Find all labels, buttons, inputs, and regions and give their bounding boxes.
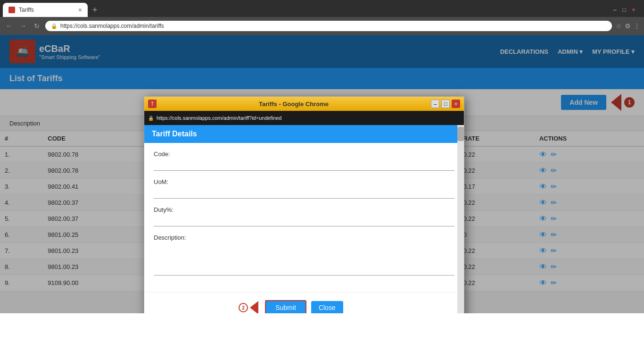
modal-body: Tariff Details Code: UoM: Duty%: Descrip… (144, 125, 464, 313)
description-label: Description: (154, 234, 454, 241)
modal-address-bar: 🔒 https://cols.sanmolapps.com/admin/tari… (144, 111, 464, 125)
code-input[interactable] (154, 159, 454, 171)
uom-label: UoM: (154, 178, 454, 185)
submit-step-badge: 2 (239, 303, 248, 312)
minimize-button[interactable]: – (611, 6, 619, 14)
address-bar: ← → ↻ 🔒 https://cols.sanmolapps.com/admi… (0, 17, 644, 35)
back-button[interactable]: ← (4, 21, 14, 31)
modal-url-text: https://cols.sanmolapps.com/admin/tariff… (157, 115, 281, 121)
modal-lock-icon: 🔒 (148, 116, 154, 121)
browser-action-buttons: ☆ ⚙ ⋮ (616, 22, 640, 30)
code-label: Code: (154, 151, 454, 158)
modal-window-controls: – □ × (431, 100, 460, 108)
reload-button[interactable]: ↻ (32, 21, 41, 31)
browser-chrome: Tariffs × + – □ × ← → ↻ 🔒 https://cols.s… (0, 0, 644, 35)
forward-button[interactable]: → (18, 21, 28, 31)
submit-button[interactable]: Submit (265, 300, 306, 313)
page-content: 🚢 eCBaR "Smart Shipping Software" DECLAR… (0, 35, 644, 313)
submit-arrow-icon (250, 301, 258, 313)
modal-maximize-button[interactable]: □ (441, 100, 450, 108)
duty-field: Duty%: (154, 206, 454, 226)
modal-window: T Tariffs - Google Chrome – □ × 🔒 https:… (144, 96, 464, 313)
modal-favicon: T (148, 100, 157, 108)
new-tab-button[interactable]: + (90, 5, 100, 15)
description-input[interactable] (154, 243, 454, 276)
description-field: Description: (154, 234, 454, 277)
submit-arrow-indicator: 2 (239, 301, 258, 313)
lock-icon: 🔒 (51, 23, 58, 29)
close-form-button[interactable]: Close (311, 301, 343, 313)
modal-form-content: Code: UoM: Duty%: Description: (144, 143, 464, 292)
modal-scrollbar[interactable] (457, 125, 464, 313)
modal-header: Tariff Details (144, 125, 464, 143)
maximize-button[interactable]: □ (620, 6, 628, 14)
tab-title: Tariffs (19, 7, 34, 13)
menu-icon[interactable]: ⋮ (634, 22, 640, 30)
code-field: Code: (154, 151, 454, 171)
close-tab-button[interactable]: × (78, 6, 82, 14)
modal-close-window-button[interactable]: × (452, 100, 460, 108)
modal-minimize-button[interactable]: – (431, 100, 439, 108)
modal-scroll-thumb[interactable] (457, 127, 464, 141)
bookmark-icon[interactable]: ☆ (616, 22, 622, 30)
duty-label: Duty%: (154, 206, 454, 213)
duty-input[interactable] (154, 215, 454, 226)
active-tab[interactable]: Tariffs × (3, 3, 88, 17)
tab-bar: Tariffs × + – □ × (0, 0, 644, 17)
extensions-icon[interactable]: ⚙ (625, 22, 631, 30)
uom-field: UoM: (154, 178, 454, 199)
modal-footer: 2 Submit Close (144, 292, 464, 313)
modal-title-bar: T Tariffs - Google Chrome – □ × (144, 97, 464, 111)
close-window-button[interactable]: × (630, 6, 637, 14)
tab-favicon (8, 7, 15, 13)
modal-title: Tariffs - Google Chrome (157, 100, 431, 108)
modal-header-title: Tariff Details (152, 130, 197, 138)
window-controls: – □ × (611, 6, 641, 14)
url-text: https://cols.sanmolapps.com/admin/tariff… (60, 23, 164, 29)
url-bar[interactable]: 🔒 https://cols.sanmolapps.com/admin/tari… (45, 21, 612, 31)
uom-input[interactable] (154, 187, 454, 199)
